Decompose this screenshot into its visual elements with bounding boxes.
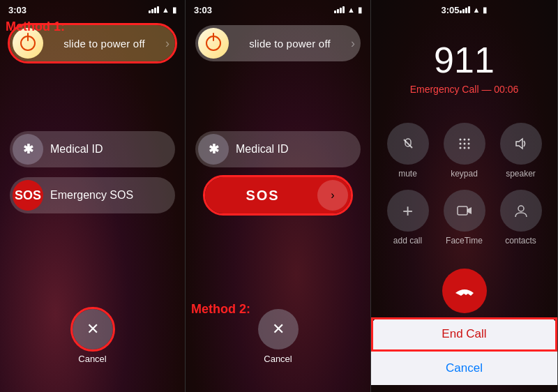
svg-point-4 xyxy=(459,143,461,145)
speaker-button[interactable] xyxy=(500,123,542,165)
mute-control[interactable]: mute xyxy=(385,123,430,179)
svg-point-2 xyxy=(463,139,465,141)
sos-thumb-2: › xyxy=(317,180,348,211)
sos-slider-2[interactable]: SOS › xyxy=(205,177,351,213)
power-icon-2 xyxy=(206,36,221,51)
svg-point-7 xyxy=(459,147,461,149)
method1-label: Method 1: xyxy=(6,20,65,34)
add-call-control[interactable]: + add call xyxy=(385,190,430,246)
keypad-button[interactable] xyxy=(444,123,485,165)
keypad-label: keypad xyxy=(451,169,478,179)
slider-text-2: slide to power off xyxy=(229,38,351,50)
status-icons-1: ▲ ▮ xyxy=(149,6,176,15)
slider-text-1: slide to power off xyxy=(43,38,165,50)
add-call-button[interactable]: + xyxy=(387,190,429,232)
signal-icon-2 xyxy=(334,6,345,13)
cancel-area-1[interactable]: ✕ Cancel xyxy=(73,309,113,364)
power-thumb-2 xyxy=(198,28,229,59)
facetime-label: FaceTime xyxy=(446,236,483,246)
end-call-circle[interactable] xyxy=(442,269,487,313)
signal-icon-1 xyxy=(149,6,159,13)
status-time-3: 3:05 xyxy=(442,5,460,15)
end-call-bottom: End Call Cancel xyxy=(371,317,557,385)
battery-icon-2: ▮ xyxy=(358,6,362,15)
sos-icon-1: SOS xyxy=(13,180,43,211)
wifi-icon-3: ▲ xyxy=(473,6,481,14)
status-icons-2: ▲ ▮ xyxy=(334,6,362,15)
call-number: 911 xyxy=(434,39,495,81)
status-time-2: 3:03 xyxy=(194,5,212,15)
medical-id-btn-2[interactable]: ✱ Medical ID xyxy=(195,131,361,167)
battery-icon-3: ▮ xyxy=(483,6,487,15)
contacts-button[interactable] xyxy=(500,190,542,232)
status-bar-1: 3:03 ▲ ▮ xyxy=(0,0,185,18)
facetime-control[interactable]: FaceTime xyxy=(442,190,487,246)
call-controls: mute keypad speaker + add call FaceTime xyxy=(371,123,557,246)
svg-marker-11 xyxy=(467,207,472,214)
wifi-icon-2: ▲ xyxy=(347,6,355,14)
sos-track-2[interactable]: SOS › xyxy=(205,177,351,213)
keypad-control[interactable]: keypad xyxy=(442,123,487,179)
contacts-label: contacts xyxy=(505,236,536,246)
mute-button[interactable] xyxy=(387,123,429,165)
mute-label: mute xyxy=(398,169,417,179)
slider-arrow-1: › xyxy=(165,36,169,51)
svg-rect-10 xyxy=(458,206,467,215)
sos-btn-1[interactable]: SOS Emergency SOS xyxy=(10,177,175,213)
method2-label: Method 2: xyxy=(191,302,250,317)
cancel-area-2[interactable]: ✕ Cancel xyxy=(258,309,299,364)
power-icon-1 xyxy=(20,36,36,51)
add-call-label: add call xyxy=(393,236,422,246)
medical-icon-1: ✱ xyxy=(13,134,43,165)
power-off-slider-2[interactable]: slide to power off › xyxy=(195,25,361,61)
contacts-control[interactable]: contacts xyxy=(498,190,543,246)
cancel-button-2[interactable]: ✕ xyxy=(258,309,299,349)
svg-point-6 xyxy=(467,143,469,145)
speaker-control[interactable]: speaker xyxy=(498,123,543,179)
status-icons-3: ▲ ▮ xyxy=(460,6,488,15)
panel-call: 3:05 ▲ ▮ 911 Emergency Call — 00:06 mute xyxy=(371,0,558,392)
sos-label-big-2: SOS xyxy=(208,188,317,204)
cancel-text-2: Cancel xyxy=(264,354,292,364)
svg-point-1 xyxy=(459,139,461,141)
sos-label-1: Emergency SOS xyxy=(50,189,133,202)
medical-label-2: Medical ID xyxy=(236,143,289,156)
slider-arrow-2: › xyxy=(351,36,355,51)
status-time-1: 3:03 xyxy=(8,5,27,15)
medical-label-1: Medical ID xyxy=(50,143,103,156)
status-bar-2: 3:03 ▲ ▮ xyxy=(186,0,370,18)
medical-id-btn-1[interactable]: ✱ Medical ID xyxy=(10,131,175,167)
status-bar-3: 3:05 ▲ ▮ xyxy=(433,0,496,18)
svg-point-3 xyxy=(467,139,469,141)
svg-point-8 xyxy=(463,147,465,149)
slider-track-2[interactable]: slide to power off › xyxy=(195,25,361,61)
wifi-icon-1: ▲ xyxy=(162,6,169,14)
action-buttons-2: ✱ Medical ID SOS › xyxy=(195,131,361,213)
speaker-label: speaker xyxy=(506,169,536,179)
end-call-button[interactable]: End Call xyxy=(371,317,557,352)
panel-method2: 3:03 ▲ ▮ slide to power off › ✱ Medical … xyxy=(186,0,371,392)
end-call-area: End Call Cancel xyxy=(371,269,557,385)
panel-method1: 3:03 ▲ ▮ Method 1: slide to power off › … xyxy=(0,0,186,392)
signal-icon-3 xyxy=(460,6,470,13)
facetime-button[interactable] xyxy=(444,190,485,232)
battery-icon-1: ▮ xyxy=(172,6,176,15)
svg-point-9 xyxy=(467,147,469,149)
cancel-bottom-button[interactable]: Cancel xyxy=(371,352,557,385)
svg-point-5 xyxy=(463,143,465,145)
svg-point-12 xyxy=(518,206,524,211)
action-buttons-1: ✱ Medical ID SOS Emergency SOS xyxy=(10,131,175,213)
call-status: Emergency Call — 00:06 xyxy=(410,84,519,95)
medical-icon-2: ✱ xyxy=(198,134,229,165)
cancel-text-1: Cancel xyxy=(78,354,106,364)
cancel-button-1[interactable]: ✕ xyxy=(73,309,113,349)
